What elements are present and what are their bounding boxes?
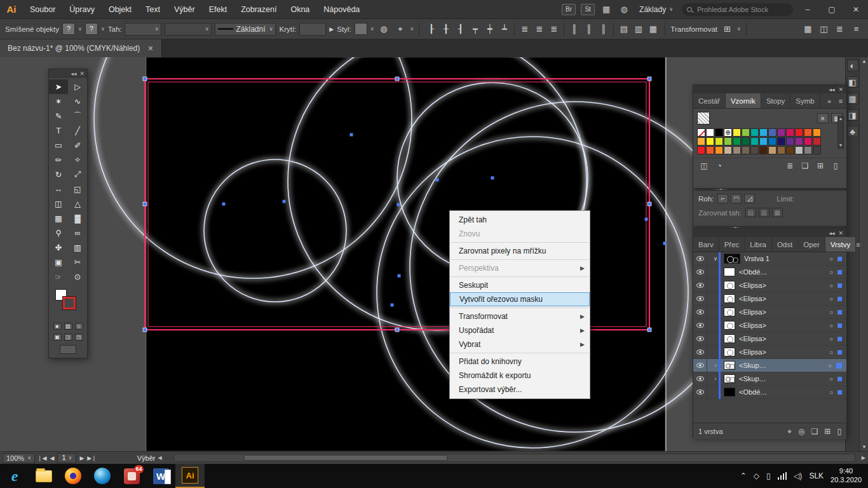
visibility-toggle[interactable] [693, 359, 707, 372]
tool-shaper[interactable]: ✧ [68, 152, 87, 167]
swatch[interactable] [786, 137, 794, 146]
pathfinder-panel-icon[interactable]: ◧ [847, 76, 858, 88]
opacity-field[interactable] [299, 23, 326, 36]
align-bottom-icon[interactable]: ┷ [498, 22, 511, 36]
tool-selection[interactable]: ➤ [49, 79, 68, 94]
delete-layer-icon[interactable]: ▯ [837, 427, 841, 436]
layer-name[interactable]: <Elipsa> [739, 335, 766, 342]
network-icon[interactable] [778, 472, 787, 480]
selection-handle[interactable] [648, 202, 651, 206]
target-icon[interactable]: ○ [829, 282, 833, 289]
target-icon[interactable]: ○ [829, 349, 833, 356]
distribute-space-horizontal-icon[interactable]: ▤ [617, 22, 630, 36]
swatch[interactable] [813, 128, 821, 137]
align-to-selection-icon[interactable]: ▦ [646, 22, 660, 36]
swatch[interactable] [706, 128, 714, 137]
tool-blend[interactable]: ∞ [68, 226, 87, 240]
opacity-panel-arrow[interactable]: ▶ [329, 26, 334, 32]
tool-curvature[interactable]: ⌒ [68, 109, 87, 123]
scroll-up-icon[interactable]: ▲ [838, 116, 843, 121]
transform-label[interactable]: Transformovat [670, 25, 717, 33]
target-icon[interactable]: ○ [829, 322, 833, 329]
swatch-none[interactable] [697, 128, 705, 137]
width-profile-combo[interactable]: ∨ [165, 23, 212, 36]
fill-color-proxy[interactable]: ? [62, 23, 75, 35]
phone-icon[interactable]: ▯ [766, 471, 771, 480]
chevron-down-icon[interactable]: ∨ [370, 26, 374, 32]
search-input[interactable] [696, 5, 778, 14]
selection-chip[interactable] [837, 350, 842, 355]
app-logo[interactable]: Ai [0, 0, 23, 19]
tool-perspective-grid[interactable]: △ [68, 196, 87, 211]
minimize-button[interactable]: – [798, 0, 817, 19]
swatch[interactable] [742, 146, 750, 154]
visibility-toggle[interactable] [693, 266, 707, 278]
selection-chip[interactable] [837, 377, 842, 381]
scroll-left-icon[interactable]: ◀ [158, 455, 162, 461]
color-button[interactable]: ■ [53, 323, 62, 330]
swatch[interactable] [813, 137, 821, 146]
layer-name[interactable]: <Obdé… [739, 268, 767, 276]
stroke-color-proxy[interactable]: ? [85, 23, 98, 35]
swatch[interactable] [733, 146, 741, 154]
taskbar-firefox[interactable] [58, 464, 88, 488]
menu-item-p-idat-do-knihovny[interactable]: Přidat do knihovny [450, 355, 590, 369]
align-center-horizontal-icon[interactable]: ╂ [439, 22, 452, 36]
overflow-icon[interactable]: » [824, 93, 835, 108]
close-icon[interactable]: ✕ [838, 230, 843, 236]
visibility-toggle[interactable] [693, 292, 707, 305]
selection-handle[interactable] [648, 77, 651, 81]
expand-chevron-icon[interactable]: › [707, 362, 724, 369]
distribute-space-vertical-icon[interactable]: ▥ [632, 22, 645, 36]
layer-row[interactable]: ›<Skup…○ [693, 359, 846, 372]
distribute-left-icon[interactable]: ║ [567, 22, 581, 36]
menu-item-perspektiva[interactable]: Perspektiva▶ [450, 261, 590, 275]
tool-gradient[interactable]: ▓ [68, 211, 87, 226]
scroll-down-icon[interactable]: ▼ [838, 143, 843, 147]
stroke-align-center-button[interactable]: ▤ [745, 208, 756, 217]
anchor-point[interactable] [436, 179, 439, 182]
draw-behind-button[interactable]: ◲ [64, 334, 72, 341]
swatch[interactable] [697, 137, 705, 146]
tab-symb[interactable]: Symb [790, 93, 820, 108]
scroll-down-icon[interactable]: ▼ [860, 444, 868, 450]
menu-item-shrom-dit-k-exportu[interactable]: Shromáždit k exportu [450, 369, 590, 383]
target-icon[interactable]: ○ [829, 376, 833, 383]
close-button[interactable]: ✕ [846, 0, 865, 19]
menu-soubor[interactable]: Soubor [23, 0, 62, 19]
layer-row[interactable]: <Elipsa>○ [693, 332, 846, 346]
new-sublayer-icon[interactable]: ❏ [811, 427, 818, 436]
scroll-up-icon[interactable]: ▲ [860, 58, 868, 64]
list-view-button[interactable]: ≡ [817, 113, 829, 123]
stock-icon[interactable]: St [581, 4, 595, 15]
swatch[interactable] [750, 137, 759, 146]
swatch[interactable] [715, 146, 723, 154]
swatch[interactable] [768, 146, 776, 154]
layer-name[interactable]: <Elipsa> [739, 281, 766, 289]
layer-row[interactable]: <Elipsa>○ [693, 306, 846, 319]
arrange-documents-icon[interactable]: ▦ [600, 4, 613, 14]
selection-handle[interactable] [143, 202, 147, 206]
panel-menu-icon[interactable]: ≡ [850, 22, 863, 36]
distribute-top-icon[interactable]: ≣ [518, 22, 531, 36]
panel-menu-icon[interactable]: ≡ [856, 237, 860, 252]
visibility-toggle[interactable] [693, 372, 707, 385]
anchor-point[interactable] [350, 133, 353, 137]
selection-chip[interactable] [837, 297, 842, 301]
swatch[interactable] [706, 146, 714, 154]
expand-chevron-icon[interactable]: › [707, 376, 724, 382]
layer-thumbnail[interactable] [724, 348, 735, 356]
tool-slice[interactable]: ✂ [68, 255, 87, 269]
align-right-icon[interactable]: ┨ [454, 22, 467, 36]
select-similar-icon[interactable]: ⌖ [393, 22, 407, 36]
selection-chip[interactable] [837, 257, 842, 261]
target-icon[interactable]: ○ [829, 295, 833, 302]
none-button[interactable]: ⦸ [75, 323, 83, 330]
next-artboard-button[interactable]: ▶ [79, 455, 84, 461]
layer-thumbnail[interactable] [724, 321, 735, 330]
menu-n-pov-da[interactable]: Nápověda [316, 0, 367, 19]
visibility-toggle[interactable] [693, 332, 707, 345]
round-join-button[interactable]: ◠ [731, 194, 742, 203]
tool-pencil[interactable]: ✏ [49, 152, 68, 167]
selection-handle[interactable] [143, 328, 147, 332]
